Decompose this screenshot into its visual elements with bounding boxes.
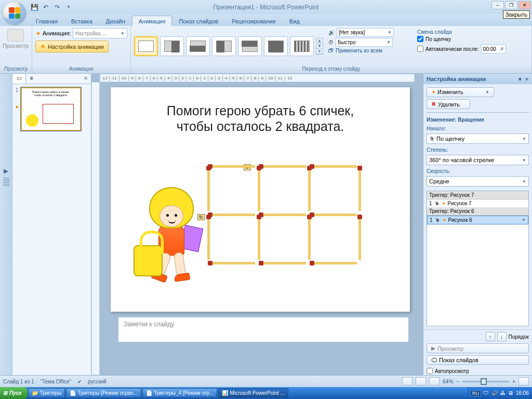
start-label: Начало: bbox=[427, 126, 529, 131]
tab-animation[interactable]: Анимация bbox=[132, 16, 172, 26]
transition-item[interactable] bbox=[290, 36, 314, 56]
gallery-scroll[interactable]: ▲▼▾ bbox=[316, 38, 323, 55]
match[interactable] bbox=[210, 165, 255, 168]
taskbar-item[interactable]: 📄 Триггеры [Режим огран... bbox=[66, 388, 141, 398]
zoom-out-button[interactable]: − bbox=[456, 379, 459, 384]
play-button[interactable]: ▶Просмотр bbox=[427, 343, 529, 353]
on-click-checkbox[interactable]: По щелчку bbox=[417, 36, 525, 42]
match[interactable] bbox=[308, 217, 311, 260]
taskpane-footer: ↑ ↓ Порядок ▶Просмотр 🖵Показ слайдов bbox=[423, 329, 532, 367]
language-bar[interactable]: RU bbox=[470, 390, 481, 396]
taskbar-item-active[interactable]: 📊 Microsoft PowerPoint ... bbox=[218, 388, 288, 398]
match[interactable] bbox=[308, 168, 311, 211]
tab-slideshow[interactable]: Показ слайдов bbox=[172, 16, 225, 26]
effect-item[interactable]: 1🖱✦Рисунок 7 bbox=[427, 200, 528, 207]
preview-button[interactable]: Просмотр bbox=[2, 27, 29, 49]
remove-effect-button[interactable]: ✖Удалить bbox=[427, 99, 470, 109]
amount-combo[interactable]: 360° по часовой стрелке▼ bbox=[427, 155, 529, 165]
transition-item[interactable] bbox=[238, 36, 262, 56]
transition-none[interactable] bbox=[134, 36, 158, 56]
sorter-view-button[interactable] bbox=[416, 377, 426, 385]
tab-review[interactable]: Рецензирование bbox=[225, 16, 283, 26]
match[interactable] bbox=[358, 217, 361, 260]
canvas-scroll[interactable]: Помоги герою убрать 6 спичек,чтобы остал… bbox=[91, 82, 423, 375]
start-button[interactable]: ⊞Пуск bbox=[0, 387, 28, 399]
thumbnail-1[interactable]: 1 ✦ Помоги герою убрать 6 спичек,чтобы о… bbox=[16, 87, 88, 131]
match[interactable] bbox=[258, 168, 260, 211]
match[interactable] bbox=[261, 214, 306, 216]
start-combo[interactable]: 🖱 По щелчку▼ bbox=[427, 134, 529, 144]
taskpane-menu-icon[interactable]: ▼ bbox=[517, 76, 523, 82]
autopreview-checkbox[interactable]: Автопросмотр bbox=[423, 367, 532, 375]
minimize-button[interactable]: – bbox=[491, 1, 504, 9]
tray-icon[interactable]: 🛡 bbox=[484, 390, 489, 396]
change-effect-button[interactable]: ✦ Изменить▼ bbox=[427, 87, 494, 97]
close-button[interactable]: ✕ bbox=[518, 1, 531, 9]
taskbar-item[interactable]: 📄 Триггеры_4 [Режим огр... bbox=[142, 388, 217, 398]
tray-icon[interactable]: 🖥 bbox=[508, 390, 513, 396]
side-collapse-bar[interactable]: ▶ bbox=[0, 74, 12, 375]
tray-icon[interactable]: 🔊 bbox=[491, 390, 498, 396]
tab-design[interactable]: Дизайн bbox=[99, 16, 132, 26]
tab-insert[interactable]: Вставка bbox=[64, 16, 99, 26]
undo-icon[interactable]: ↶ bbox=[41, 2, 51, 12]
zoom-slider[interactable] bbox=[462, 381, 509, 382]
taskbar-item[interactable]: 📁 Триггеры bbox=[28, 388, 65, 398]
slide-thumbnail[interactable]: ✦ Помоги герою убрать 6 спичек,чтобы ост… bbox=[21, 87, 81, 131]
match[interactable] bbox=[358, 168, 361, 211]
match[interactable] bbox=[261, 262, 306, 264]
match[interactable] bbox=[312, 262, 357, 264]
tab-home[interactable]: Главная bbox=[29, 16, 64, 26]
window-controls: – ❐ ✕ bbox=[491, 1, 531, 9]
auto-after-checkbox[interactable]: Автоматически после: 00:00⇵ bbox=[417, 44, 525, 54]
custom-animation-button[interactable]: ✦ Настройка анимации bbox=[35, 41, 109, 52]
speed-combo[interactable]: Средне▼ bbox=[427, 176, 529, 187]
transition-item[interactable] bbox=[212, 36, 236, 56]
reorder-down-button[interactable]: ↓ bbox=[497, 332, 507, 341]
match[interactable] bbox=[210, 214, 255, 216]
character-image[interactable] bbox=[134, 187, 217, 301]
slideshow-view-button[interactable] bbox=[429, 377, 440, 385]
slide-canvas[interactable]: Помоги герою убрать 6 спичек,чтобы остал… bbox=[111, 87, 410, 312]
office-button[interactable] bbox=[3, 2, 26, 24]
auto-time-spinner[interactable]: 00:00⇵ bbox=[481, 44, 506, 54]
group-preview: Просмотр Просмотр bbox=[0, 26, 32, 73]
zoom-in-button[interactable]: + bbox=[512, 379, 515, 384]
animation-combo[interactable]: Настройка ...▼ bbox=[73, 28, 127, 38]
notes-pane[interactable]: Заметки к слайду bbox=[118, 316, 408, 342]
group-label: Просмотр bbox=[2, 65, 30, 72]
spellcheck-icon[interactable]: ✔ bbox=[77, 379, 82, 384]
restore-button[interactable]: ❐ bbox=[505, 1, 517, 9]
match[interactable] bbox=[210, 262, 255, 264]
panel-tabs: ▭ ≡ ✕ bbox=[12, 74, 91, 84]
slideshow-button[interactable]: 🖵Показ слайдов bbox=[427, 355, 529, 365]
sound-combo[interactable]: [Нет звука]▼ bbox=[337, 28, 394, 37]
redo-icon[interactable]: ↷ bbox=[52, 2, 62, 12]
effect-list: Триггер: Рисунок 7 1🖱✦Рисунок 7 Триггер:… bbox=[427, 191, 529, 326]
clock[interactable]: 16:06 bbox=[516, 390, 529, 396]
fit-button[interactable] bbox=[518, 377, 529, 385]
match[interactable] bbox=[312, 214, 357, 216]
taskpane-close-icon[interactable]: ✕ bbox=[525, 76, 529, 82]
panel-close-icon[interactable]: ✕ bbox=[81, 74, 91, 84]
transition-item[interactable] bbox=[186, 36, 210, 56]
match[interactable] bbox=[312, 165, 357, 168]
speed-combo[interactable]: Быстро▼ bbox=[336, 38, 393, 47]
reorder-up-button[interactable]: ↑ bbox=[486, 332, 495, 341]
tab-view[interactable]: Вид bbox=[283, 16, 307, 26]
tray-icon[interactable]: 🖧 bbox=[500, 390, 506, 396]
match[interactable] bbox=[258, 217, 260, 260]
save-icon[interactable]: 💾 bbox=[29, 2, 39, 12]
qat-dropdown-icon[interactable]: ▼ bbox=[63, 2, 74, 12]
apply-all-button[interactable]: 🗇Применить ко всем bbox=[328, 48, 412, 54]
advance-slide: Смена слайда По щелчку Автоматически пос… bbox=[414, 28, 528, 64]
outline-tab[interactable]: ≡ bbox=[26, 74, 37, 84]
effect-item-selected[interactable]: 1🖱✦Рисунок 6▼ bbox=[427, 216, 528, 224]
language-indicator[interactable]: русский bbox=[88, 379, 107, 384]
slides-tab[interactable]: ▭ bbox=[12, 74, 26, 84]
match[interactable] bbox=[261, 165, 306, 168]
windows-taskbar: ⊞Пуск 📁 Триггеры 📄 Триггеры [Режим огран… bbox=[0, 387, 532, 399]
normal-view-button[interactable] bbox=[402, 377, 413, 385]
transition-item[interactable] bbox=[264, 36, 288, 56]
transition-item[interactable] bbox=[160, 36, 184, 56]
